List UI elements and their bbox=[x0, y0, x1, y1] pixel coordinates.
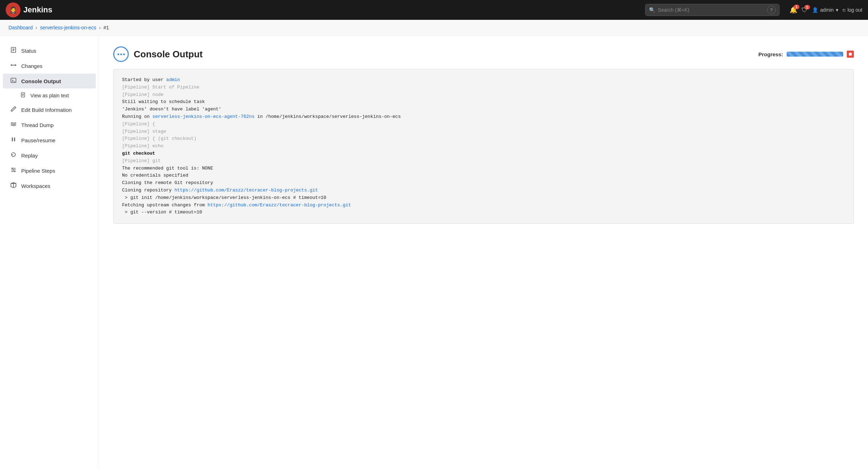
stop-build-button[interactable] bbox=[847, 51, 854, 58]
breadcrumb-sep-2: › bbox=[99, 25, 101, 30]
main-content: Console Output Progress: Started by user… bbox=[99, 36, 868, 470]
console-line: Cloning the remote Git repository bbox=[122, 179, 845, 187]
sidebar-changes-label: Changes bbox=[21, 63, 42, 69]
sidebar-workspaces-label: Workspaces bbox=[21, 183, 50, 189]
help-button[interactable]: ? bbox=[767, 6, 776, 14]
svg-point-18 bbox=[14, 171, 16, 172]
svg-rect-5 bbox=[11, 78, 16, 83]
svg-rect-12 bbox=[14, 138, 15, 142]
sidebar-item-pause-resume[interactable]: Pause/resume bbox=[3, 133, 96, 148]
breadcrumb-build: #1 bbox=[104, 25, 109, 30]
logout-icon: ⎋ bbox=[843, 7, 845, 13]
console-line: [Pipeline] echo bbox=[122, 143, 845, 150]
progress-label: Progress: bbox=[758, 51, 783, 57]
security-button[interactable]: 🛡 1 bbox=[802, 6, 808, 14]
repo-link-2[interactable]: https://github.com/Eraszz/tecracer-blog-… bbox=[208, 202, 351, 208]
workspaces-icon bbox=[10, 182, 17, 190]
main-layout: Status Changes Console Output bbox=[0, 36, 868, 470]
sidebar-thread-dump-label: Thread Dump bbox=[21, 122, 54, 128]
sidebar-item-view-plain-text[interactable]: View as plain text bbox=[3, 89, 96, 102]
console-line: No credentials specified bbox=[122, 172, 845, 179]
breadcrumb-dashboard[interactable]: Dashboard bbox=[8, 25, 33, 30]
console-line: [Pipeline] node bbox=[122, 91, 845, 99]
plain-text-icon bbox=[20, 92, 26, 99]
jenkins-logo-icon: 🤵 bbox=[6, 2, 21, 17]
console-line: Fetching upstream changes from https://g… bbox=[122, 202, 845, 209]
search-input[interactable] bbox=[658, 7, 764, 13]
search-bar: 🔍 ? bbox=[645, 4, 780, 16]
user-icon: 👤 bbox=[812, 7, 818, 13]
search-icon: 🔍 bbox=[649, 7, 655, 13]
svg-point-17 bbox=[13, 169, 14, 171]
sidebar-item-status[interactable]: Status bbox=[3, 43, 96, 58]
sidebar-item-thread-dump[interactable]: Thread Dump bbox=[3, 118, 96, 132]
console-line: > git init /home/jenkins/workspace/serve… bbox=[122, 194, 845, 202]
sidebar-status-label: Status bbox=[21, 48, 36, 54]
console-line: git checkout bbox=[122, 150, 845, 157]
spinning-indicator bbox=[113, 46, 129, 62]
console-line: Cloning repository https://github.com/Er… bbox=[122, 187, 845, 194]
changes-icon bbox=[10, 62, 17, 70]
progress-bar bbox=[787, 52, 843, 57]
sidebar-item-edit-build-info[interactable]: Edit Build Information bbox=[3, 102, 96, 117]
console-line: [Pipeline] git bbox=[122, 157, 845, 165]
page-title-area: Console Output bbox=[113, 46, 203, 62]
header-actions: 🔔 1 🛡 1 👤 admin ▾ ⎋ log out bbox=[789, 6, 862, 14]
sidebar-pipeline-steps-label: Pipeline Steps bbox=[21, 168, 55, 174]
notifications-button[interactable]: 🔔 1 bbox=[789, 6, 797, 14]
sidebar-edit-label: Edit Build Information bbox=[21, 107, 72, 113]
admin-link[interactable]: admin bbox=[166, 77, 180, 82]
header: 🤵 Jenkins 🔍 ? 🔔 1 🛡 1 👤 admin ▾ ⎋ bbox=[0, 0, 868, 20]
sidebar-item-workspaces[interactable]: Workspaces bbox=[3, 178, 96, 193]
console-line: [Pipeline] Start of Pipeline bbox=[122, 84, 845, 91]
chevron-down-icon: ▾ bbox=[836, 7, 838, 13]
sidebar-item-changes[interactable]: Changes bbox=[3, 58, 96, 73]
svg-rect-11 bbox=[12, 138, 13, 142]
console-line: [Pipeline] { (git checkout) bbox=[122, 135, 845, 143]
console-output-panel[interactable]: Started by user admin [Pipeline] Start o… bbox=[113, 69, 854, 224]
security-badge: 1 bbox=[804, 5, 810, 10]
console-line: [Pipeline] { bbox=[122, 121, 845, 128]
sidebar-replay-label: Replay bbox=[21, 153, 38, 159]
replay-icon bbox=[10, 151, 17, 159]
user-menu-button[interactable]: 👤 admin ▾ bbox=[812, 7, 838, 13]
sidebar-pause-label: Pause/resume bbox=[21, 137, 56, 143]
console-line: [Pipeline] stage bbox=[122, 128, 845, 136]
sidebar-console-label: Console Output bbox=[21, 78, 61, 84]
console-line: 'Jenkins' doesn't have label 'agent' bbox=[122, 106, 845, 113]
pipeline-steps-icon bbox=[10, 167, 17, 174]
progress-area: Progress: bbox=[758, 51, 854, 58]
page-header: Console Output Progress: bbox=[113, 46, 854, 62]
jenkins-logo-text: Jenkins bbox=[23, 5, 52, 15]
console-line: > git --version # timeout=10 bbox=[122, 209, 845, 216]
jenkins-logo[interactable]: 🤵 Jenkins bbox=[6, 2, 52, 17]
logout-button[interactable]: ⎋ log out bbox=[843, 7, 862, 13]
console-line: Started by user admin bbox=[122, 76, 845, 84]
dot-2 bbox=[120, 53, 122, 55]
agent-link[interactable]: serverless-jenkins-on-ecs-agent-762ns bbox=[152, 114, 255, 119]
dot-1 bbox=[117, 53, 119, 55]
page-title: Console Output bbox=[134, 49, 203, 60]
repo-link-1[interactable]: https://github.com/Eraszz/tecracer-blog-… bbox=[174, 188, 318, 193]
username-label: admin bbox=[820, 7, 834, 13]
sidebar-item-console-output[interactable]: Console Output bbox=[3, 74, 96, 88]
edit-icon bbox=[10, 106, 17, 114]
status-icon bbox=[10, 47, 17, 55]
pause-icon bbox=[10, 136, 17, 144]
console-line: Running on serverless-jenkins-on-ecs-age… bbox=[122, 113, 845, 121]
breadcrumb: Dashboard › serverless-jenkins-on-ecs › … bbox=[0, 20, 868, 36]
sidebar-item-pipeline-steps[interactable]: Pipeline Steps bbox=[3, 163, 96, 178]
dot-3 bbox=[123, 53, 125, 55]
console-line: Still waiting to schedule task bbox=[122, 98, 845, 106]
console-line: The recommended git tool is: NONE bbox=[122, 165, 845, 172]
progress-bar-fill bbox=[787, 52, 843, 57]
breadcrumb-job[interactable]: serverless-jenkins-on-ecs bbox=[40, 25, 96, 30]
notifications-badge: 1 bbox=[794, 5, 799, 9]
sidebar-plain-text-label: View as plain text bbox=[30, 93, 69, 98]
thread-dump-icon bbox=[10, 121, 17, 129]
sidebar: Status Changes Console Output bbox=[0, 36, 99, 470]
spinning-dots bbox=[117, 53, 125, 55]
sidebar-item-replay[interactable]: Replay bbox=[3, 148, 96, 163]
console-icon bbox=[10, 77, 17, 85]
svg-point-16 bbox=[12, 168, 13, 169]
